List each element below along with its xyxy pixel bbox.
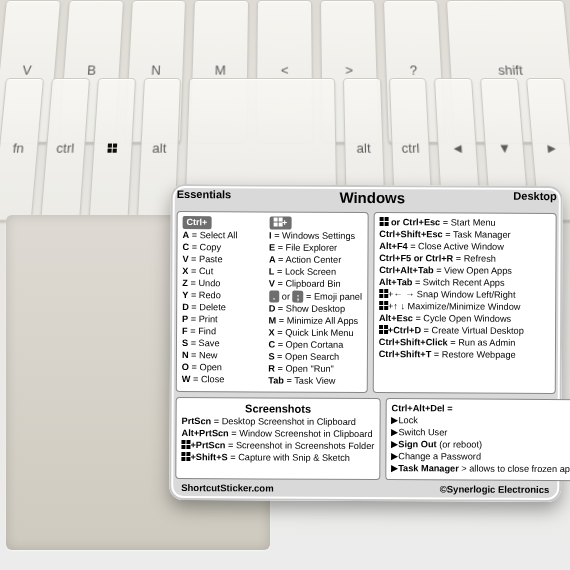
essentials-col1: Ctrl+ A = Select AllC = CopyV = PasteX =…: [182, 216, 263, 388]
windows-icon: [379, 289, 388, 298]
cad-row: ▶Switch User: [391, 427, 570, 439]
shortcut-row: C = Open Cortana: [268, 339, 361, 351]
win-header: +: [269, 217, 291, 230]
shortcut-row: +← → Snap Window Left/Right: [379, 289, 550, 301]
essentials-label: Essentials: [177, 188, 232, 209]
windows-icon: [379, 301, 388, 310]
shortcut-row: F = Find: [182, 326, 263, 338]
shortcut-row: +PrtScn = Screenshot in Screenshots Fold…: [181, 440, 374, 453]
header-row: Essentials Windows Desktop: [177, 188, 557, 211]
shortcut-row: M = Minimize All Apps: [269, 315, 362, 327]
windows-icon: [273, 218, 282, 227]
shortcut-sticker: Essentials Windows Desktop Ctrl+ A = Sel…: [169, 184, 563, 502]
cad-row: ▶Task Manager > allows to close frozen a…: [391, 463, 570, 475]
shortcut-row: or Ctrl+Esc = Start Menu: [379, 217, 550, 229]
cad-row: ▶Change a Password: [391, 451, 570, 463]
shortcut-row: Alt+PrtScn = Window Screenshot in Clipbo…: [181, 428, 374, 441]
shortcut-row: D = Show Desktop: [269, 303, 362, 315]
windows-icon: [181, 440, 190, 449]
shortcut-row: A = Action Center: [269, 254, 362, 266]
windows-icon: [181, 452, 190, 461]
desktop-label: Desktop: [513, 190, 557, 211]
essentials-panel: Ctrl+ A = Select AllC = CopyV = PasteX =…: [176, 211, 369, 393]
windows-icon: [379, 217, 388, 226]
sticker-footer: ShortcutSticker.com ©Synerlogic Electron…: [175, 479, 555, 496]
shortcut-row: W = Close: [182, 374, 263, 386]
cad-header: Ctrl+Alt+Del =: [391, 403, 570, 415]
shortcut-row: S = Open Search: [268, 351, 361, 363]
shortcut-row: Alt+Tab = Switch Recent Apps: [379, 277, 550, 289]
sticker-title: Windows: [339, 189, 405, 208]
shortcut-row: Y = Redo: [182, 290, 263, 302]
shortcut-row: +Ctrl+D = Create Virtual Desktop: [379, 325, 550, 337]
shortcut-row: Alt+Esc = Cycle Open Windows: [379, 313, 550, 325]
ctrl-header: Ctrl+: [183, 216, 212, 229]
footer-left: ShortcutSticker.com: [181, 482, 273, 494]
footer-right: ©Synerlogic Electronics: [440, 483, 549, 495]
shortcut-row: V = Clipboard Bin: [269, 278, 362, 290]
shortcut-row: +Shift+S = Capture with Snip & Sketch: [181, 452, 374, 465]
shortcut-row: Ctrl+Alt+Tab = View Open Apps: [379, 265, 550, 277]
shortcut-row: Ctrl+Shift+Click = Run as Admin: [379, 337, 550, 349]
essentials-col2: + I = Windows SettingsE = File ExplorerA…: [268, 216, 362, 388]
ctrl-alt-del-panel: Ctrl+Alt+Del = ▶Lock▶Switch User▶Sign Ou…: [385, 398, 570, 481]
shortcut-row: L = Lock Screen: [269, 266, 362, 278]
shortcut-row: S = Save: [182, 338, 263, 350]
shortcut-row: +↑ ↓ Maximize/Minimize Window: [379, 301, 550, 313]
shortcut-row: Z = Undo: [182, 278, 263, 290]
shortcut-row: Ctrl+Shift+T = Restore Webpage: [379, 349, 550, 361]
shortcut-row: Ctrl+F5 or Ctrl+R = Refresh: [379, 253, 550, 265]
shortcut-row: R = Open "Run": [268, 363, 361, 375]
shortcut-row: Ctrl+Shift+Esc = Task Manager: [379, 229, 550, 241]
shortcut-row: D = Delete: [182, 302, 263, 314]
shortcut-row: C = Copy: [182, 242, 263, 254]
windows-icon: [379, 325, 388, 334]
shortcut-row: N = New: [182, 350, 263, 362]
desktop-panel: or Ctrl+Esc = Start MenuCtrl+Shift+Esc =…: [373, 212, 557, 394]
screenshots-panel: Screenshots PrtScn = Desktop Screenshot …: [175, 397, 380, 480]
shortcut-row: X = Quick Link Menu: [269, 327, 362, 339]
screenshots-label: Screenshots: [182, 402, 375, 417]
shortcut-row: E = File Explorer: [269, 242, 362, 254]
shortcut-row: PrtScn = Desktop Screenshot in Clipboard: [182, 416, 375, 429]
shortcut-row: Alt+F4 = Close Active Window: [379, 241, 550, 253]
shortcut-row: V = Paste: [182, 254, 263, 266]
shortcut-row: A = Select All: [183, 230, 264, 242]
shortcut-row: X = Cut: [182, 266, 263, 278]
shortcut-row: . or ; = Emoji panel: [269, 290, 362, 303]
shortcut-row: Tab = Task View: [268, 375, 361, 387]
windows-key-icon: [108, 143, 118, 152]
shortcut-row: P = Print: [182, 314, 263, 326]
shortcut-row: I = Windows Settings: [269, 230, 362, 242]
shortcut-row: O = Open: [182, 362, 263, 374]
cad-row: ▶Sign Out (or reboot): [391, 439, 570, 451]
cad-row: ▶Lock: [391, 415, 570, 427]
